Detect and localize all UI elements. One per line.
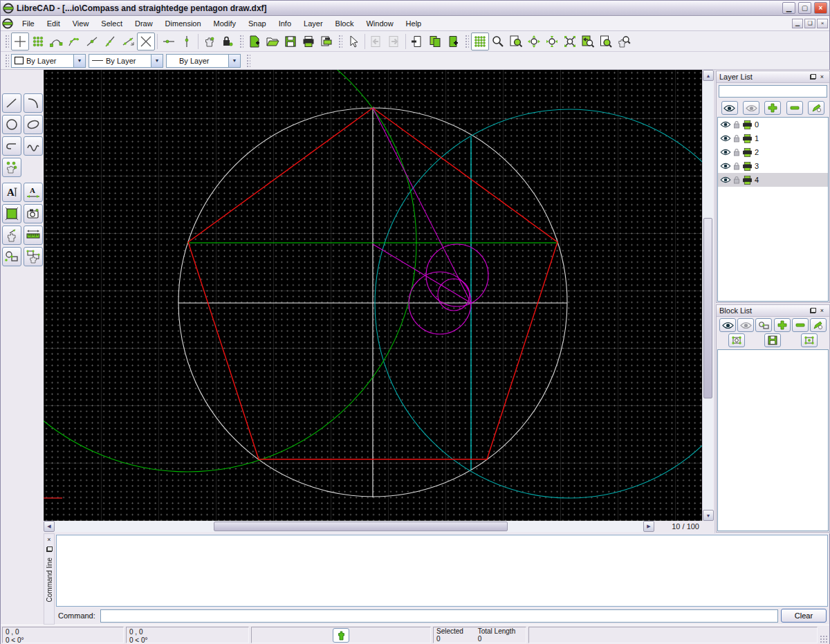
add-layer-button[interactable] <box>764 101 781 115</box>
command-input[interactable] <box>100 609 778 623</box>
edit-block-attributes-button[interactable] <box>810 318 827 332</box>
mdi-close-button[interactable]: × <box>817 19 828 28</box>
float-panel-icon[interactable] <box>809 73 818 81</box>
zoom-previous-button[interactable] <box>579 33 597 50</box>
restrict-horizontal-button[interactable] <box>160 33 178 50</box>
menu-file[interactable]: File <box>16 17 41 30</box>
menu-draw[interactable]: Draw <box>129 17 159 30</box>
horizontal-scrollbar[interactable]: ◀ ▶ <box>44 521 654 532</box>
toolbar-handle[interactable] <box>239 34 243 49</box>
cut-button[interactable] <box>408 33 426 50</box>
chevron-down-icon[interactable]: ▼ <box>228 55 240 67</box>
circle-tool-button[interactable] <box>2 115 21 134</box>
pan-hand-button[interactable] <box>333 628 349 643</box>
dimension-tool-button[interactable]: A <box>24 183 43 202</box>
maximize-button[interactable]: ▢ <box>798 2 811 14</box>
snap-on-entity-button[interactable] <box>65 33 83 50</box>
horizontal-scroll-thumb[interactable] <box>214 522 508 531</box>
layer-visibility-icon[interactable] <box>720 121 731 128</box>
print-button[interactable] <box>299 33 317 50</box>
grid-toggle-button[interactable] <box>471 33 489 50</box>
toolbar-handle[interactable] <box>4 53 9 68</box>
clear-button[interactable]: Clear <box>781 609 827 623</box>
minimize-button[interactable]: ▁ <box>782 2 795 14</box>
menu-dimension[interactable]: Dimension <box>159 17 208 30</box>
linewidth-combo[interactable]: By Layer ▼ <box>166 54 241 68</box>
polyline-tool-button[interactable] <box>2 136 21 156</box>
toolbar-handle[interactable] <box>246 53 250 68</box>
layer-filter-input[interactable] <box>719 85 827 98</box>
create-block-button[interactable] <box>755 318 772 332</box>
command-history[interactable] <box>56 535 828 607</box>
resize-grip[interactable] <box>820 635 828 643</box>
layer-row[interactable]: 4 <box>718 173 828 187</box>
block-tool-button[interactable] <box>2 247 21 266</box>
restrict-vertical-button[interactable] <box>178 33 196 50</box>
vertical-scrollbar[interactable]: ▲ ▼ <box>702 70 713 521</box>
image-tool-button[interactable] <box>24 204 43 223</box>
float-command-dock-icon[interactable] <box>45 545 54 553</box>
chevron-down-icon[interactable]: ▼ <box>73 55 85 67</box>
drawing-canvas[interactable] <box>44 70 702 521</box>
points-tool-button[interactable] <box>2 158 21 177</box>
horizontal-scroll-track[interactable] <box>55 521 643 532</box>
text-tool-button[interactable]: A <box>2 183 21 202</box>
hide-all-layers-button[interactable] <box>743 101 759 115</box>
zoom-pan-button[interactable] <box>615 33 633 50</box>
close-panel-icon[interactable]: × <box>818 306 827 315</box>
scroll-right-icon[interactable]: ▶ <box>643 521 654 532</box>
remove-block-button[interactable] <box>792 318 809 332</box>
layer-print-icon[interactable] <box>742 162 753 171</box>
mdi-minimize-button[interactable]: ▁ <box>792 19 803 28</box>
linetype-combo[interactable]: By Layer ▼ <box>89 54 163 68</box>
snap-grid-button[interactable] <box>29 33 47 50</box>
menu-layer[interactable]: Layer <box>297 17 329 30</box>
vertical-scroll-track[interactable] <box>703 81 713 510</box>
menu-block[interactable]: Block <box>329 17 360 30</box>
menu-select[interactable]: Select <box>95 17 129 30</box>
layer-print-icon[interactable] <box>742 134 753 143</box>
measure-tool-button[interactable] <box>24 226 43 245</box>
save-block-button[interactable] <box>764 333 781 347</box>
insert-block-button[interactable] <box>728 333 745 347</box>
zoom-shrink-button[interactable] <box>543 33 561 50</box>
close-command-dock-icon[interactable]: × <box>45 535 54 544</box>
color-combo[interactable]: By Layer ▼ <box>11 54 86 68</box>
zoom-window-button[interactable] <box>507 33 525 50</box>
scroll-left-icon[interactable]: ◀ <box>44 521 55 532</box>
scroll-up-icon[interactable]: ▲ <box>703 70 714 81</box>
undo-button[interactable] <box>367 33 385 50</box>
layer-lock-icon[interactable] <box>733 176 740 184</box>
snap-endpoint-button[interactable] <box>47 33 65 50</box>
set-relative-zero-button[interactable] <box>201 33 219 50</box>
copy-button[interactable] <box>426 33 444 50</box>
toolbar-handle[interactable] <box>4 34 9 49</box>
show-all-layers-button[interactable] <box>721 101 738 115</box>
layer-lock-icon[interactable] <box>733 120 740 129</box>
zoom-in-button[interactable] <box>489 33 507 50</box>
menu-edit[interactable]: Edit <box>41 17 66 30</box>
menu-help[interactable]: Help <box>400 17 428 30</box>
show-all-blocks-button[interactable] <box>719 318 736 332</box>
chevron-down-icon[interactable]: ▼ <box>151 55 163 67</box>
snap-free-button[interactable] <box>11 33 29 50</box>
close-panel-icon[interactable]: × <box>818 73 827 81</box>
hide-all-blocks-button[interactable] <box>737 318 754 332</box>
remove-layer-button[interactable] <box>786 101 803 115</box>
open-document-button[interactable] <box>264 33 282 50</box>
layer-visibility-icon[interactable] <box>720 176 731 183</box>
add-block-button[interactable] <box>774 318 791 332</box>
arc-tool-button[interactable] <box>24 93 43 113</box>
zoom-page-button[interactable] <box>597 33 615 50</box>
menu-view[interactable]: View <box>66 17 95 30</box>
paste-button[interactable] <box>444 33 462 50</box>
toolbar-handle[interactable] <box>338 34 342 49</box>
layer-row[interactable]: 2 <box>718 145 828 159</box>
redo-button[interactable] <box>385 33 403 50</box>
spline-tool-button[interactable] <box>24 136 43 156</box>
vertical-scroll-thumb[interactable] <box>703 218 712 398</box>
toolbar-handle[interactable] <box>464 34 469 49</box>
layer-visibility-icon[interactable] <box>720 149 731 156</box>
layer-row[interactable]: 3 <box>718 159 828 173</box>
layer-visibility-icon[interactable] <box>720 135 731 142</box>
